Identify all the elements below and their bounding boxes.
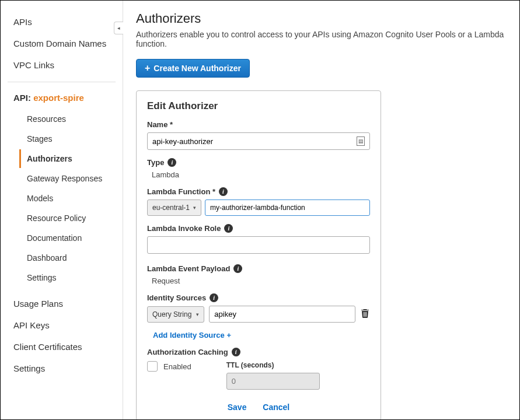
identity-value-input-wrapper[interactable] <box>209 306 355 323</box>
type-value: Lambda <box>147 170 370 179</box>
lambda-function-input[interactable] <box>210 204 365 212</box>
type-label: Type i <box>147 158 370 167</box>
main-content: Authorizers Authorizers enable you to co… <box>123 1 519 419</box>
sidebar-item-stages[interactable]: Stages <box>19 130 117 148</box>
sidebar-item-dashboard[interactable]: Dashboard <box>19 249 117 267</box>
identity-type-select[interactable]: Query String ▾ <box>147 306 204 323</box>
sidebar-item-documentation[interactable]: Documentation <box>19 229 117 247</box>
info-icon[interactable]: i <box>232 348 240 356</box>
chevron-down-icon: ▾ <box>193 205 196 211</box>
sidebar-item-client-certificates[interactable]: Client Certificates <box>13 336 110 358</box>
trash-icon[interactable] <box>360 309 370 320</box>
ttl-label: TTL (seconds) <box>226 361 320 369</box>
info-icon[interactable]: i <box>224 224 233 233</box>
sidebar-item-api-keys[interactable]: API Keys <box>13 314 110 336</box>
sidebar-separator <box>8 82 116 82</box>
info-icon[interactable]: i <box>219 187 228 196</box>
sidebar-item-settings-api[interactable]: Settings <box>19 268 117 287</box>
sidebar-item-authorizers[interactable]: Authorizers <box>19 149 117 168</box>
api-label: API: export-spire <box>1 93 123 110</box>
api-name[interactable]: export-spire <box>33 93 84 103</box>
sidebar-item-models[interactable]: Models <box>19 189 117 208</box>
sidebar-item-resources[interactable]: Resources <box>19 110 117 128</box>
lambda-invoke-role-input[interactable] <box>147 236 370 254</box>
authorization-caching-label: Authorization Caching i <box>147 348 370 356</box>
chevron-down-icon: ▾ <box>196 312 199 317</box>
enabled-label: Enabled <box>163 362 191 371</box>
identity-sources-label: Identity Sources i <box>147 293 370 302</box>
lambda-invoke-role-label: Lambda Invoke Role i <box>147 224 370 233</box>
add-identity-source-link[interactable]: Add Identity Source + <box>147 328 370 348</box>
lambda-event-payload-label-text: Lambda Event Payload <box>147 264 230 273</box>
sidebar-item-custom-domain-names[interactable]: Custom Domain Names <box>13 33 114 54</box>
sidebar-item-usage-plans[interactable]: Usage Plans <box>13 293 110 314</box>
cancel-button[interactable]: Cancel <box>256 402 296 412</box>
sidebar: ◂ APIs Custom Domain Names VPC Links API… <box>1 1 123 419</box>
page-description: Authorizers enable you to control access… <box>136 30 515 48</box>
plus-icon: + <box>145 64 150 73</box>
sidebar-item-vpc-links[interactable]: VPC Links <box>13 54 114 76</box>
lambda-function-input-wrapper[interactable] <box>205 200 370 216</box>
type-label-text: Type <box>147 158 164 167</box>
sidebar-item-gateway-responses[interactable]: Gateway Responses <box>19 169 117 188</box>
identity-sources-label-text: Identity Sources <box>147 293 206 302</box>
edit-authorizer-card: Edit Authorizer Name * ▤ Type i Lambda L… <box>136 90 381 419</box>
identity-value-input[interactable] <box>214 310 350 318</box>
name-label: Name * <box>147 120 370 129</box>
enabled-checkbox[interactable] <box>147 361 158 372</box>
region-select[interactable]: eu-central-1 ▾ <box>147 200 201 216</box>
contacts-icon: ▤ <box>357 136 365 146</box>
api-prefix: API: <box>13 93 33 103</box>
sidebar-item-resource-policy[interactable]: Resource Policy <box>19 209 117 228</box>
create-button-label: Create New Authorizer <box>153 64 241 73</box>
page-title: Authorizers <box>136 11 515 26</box>
lambda-event-payload-value: Request <box>147 276 370 285</box>
region-value: eu-central-1 <box>152 204 190 212</box>
lambda-event-payload-label: Lambda Event Payload i <box>147 264 370 273</box>
authorization-caching-label-text: Authorization Caching <box>147 348 228 356</box>
name-input-wrapper[interactable]: ▤ <box>147 132 370 150</box>
identity-type-value: Query String <box>152 310 191 318</box>
collapse-sidebar-toggle[interactable]: ◂ <box>114 22 123 34</box>
info-icon[interactable]: i <box>167 158 176 167</box>
info-icon[interactable]: i <box>233 264 242 273</box>
lambda-invoke-role-label-text: Lambda Invoke Role <box>147 224 221 233</box>
sidebar-item-settings-global[interactable]: Settings <box>13 358 110 379</box>
create-new-authorizer-button[interactable]: + Create New Authorizer <box>136 59 250 78</box>
info-icon[interactable]: i <box>210 293 218 302</box>
card-title: Edit Authorizer <box>147 100 370 112</box>
lambda-function-label: Lambda Function * i <box>147 187 370 196</box>
sidebar-item-apis[interactable]: APIs <box>13 11 114 33</box>
save-button[interactable]: Save <box>221 402 254 412</box>
lambda-function-label-text: Lambda Function * <box>147 187 215 196</box>
name-input[interactable] <box>152 137 357 146</box>
ttl-input <box>226 373 320 390</box>
